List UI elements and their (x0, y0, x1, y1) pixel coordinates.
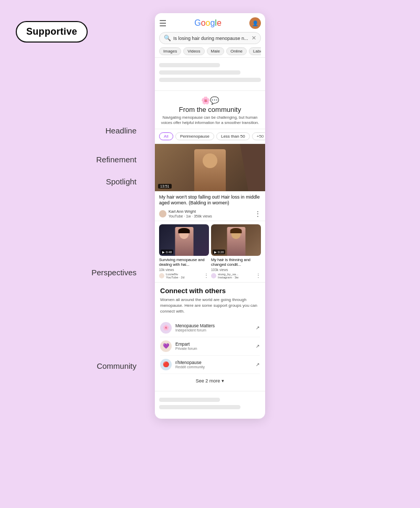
chevron-down-icon: ▾ (222, 378, 224, 383)
avatar[interactable]: 👤 (249, 17, 261, 29)
connect-section: Connect with others Women all around the… (155, 283, 265, 391)
views: 358k views (194, 214, 212, 218)
small-meta-1: Lizzie8tv YouTube · 2d ⋮ (159, 273, 209, 279)
forum-type-1: Independent forum (175, 328, 256, 332)
small-ch-platform-1: YouTube · 2d (166, 276, 184, 279)
small-meta-2: stung_by_sa... Instagram · 3w ⋮ (211, 273, 261, 279)
community-emoji: 🌸💬 (160, 96, 260, 105)
forum-arrow-2: ↗ (256, 344, 260, 349)
small-duration-1: ▶ 0:48 (161, 250, 173, 254)
spotlight-video-info: My hair won't stop falling out! Hair los… (155, 191, 265, 221)
small-ch-platform-2: Instagram · 3w (218, 276, 238, 279)
label-headline: Headline (74, 126, 136, 135)
refinement-pill-more[interactable]: +50 (252, 132, 265, 140)
channel-avatar (159, 210, 166, 217)
small-views-1: 10k views (159, 268, 209, 272)
forum-icon-3: 🔴 (160, 359, 172, 370)
video-bg-decor (223, 144, 265, 191)
forum-item-1[interactable]: 🌸 Menopause Matters Independent forum ↗ (160, 319, 260, 337)
community-title: From the community (160, 106, 260, 113)
time-ago: 1w (186, 214, 191, 218)
search-icon: 🔍 (164, 35, 171, 42)
perspective-video-2: ▶ 0:20 My hair is thinning and changed c… (211, 224, 261, 279)
refinement-pill-perimenopause[interactable]: Perimenopause (175, 132, 214, 140)
spotlight-video-meta: Karl Ann Wright YouTube · 1w · 358k view… (159, 209, 261, 219)
channel-info: Karl Ann Wright YouTube · 1w · 358k view… (169, 209, 212, 219)
spotlight-video-title: My hair won't stop falling out! Hair los… (159, 194, 261, 206)
skeleton-bar-3 (159, 78, 261, 82)
person-figure-2 (227, 227, 245, 256)
from-community-header: 🌸💬 From the community Navigating menopau… (155, 91, 265, 129)
search-bar[interactable]: 🔍 Is losing hair during menopause n... ✕ (159, 32, 261, 44)
refinement-pill-less50[interactable]: Less than 50 (216, 132, 250, 140)
connect-title: Connect with others (160, 287, 260, 295)
spotlight-channel: Karl Ann Wright YouTube · 1w · 358k view… (159, 209, 212, 219)
small-ch-info-1: Lizzie8tv YouTube · 2d (166, 273, 184, 279)
forum-item-3[interactable]: 🔴 r/Menopause Reddit community ↗ (160, 356, 260, 374)
small-ch-icon-2 (211, 273, 216, 278)
hair-1 (178, 228, 190, 233)
skeleton-bar-5 (159, 405, 240, 409)
video-person-figure (194, 149, 226, 191)
small-views-2: 103k views (211, 268, 261, 272)
label-perspectives: Perspectives (74, 268, 136, 277)
skeleton-bar-2 (159, 70, 240, 75)
search-query-text: Is losing hair during menopause n... (173, 36, 251, 41)
refinement-pill-all[interactable]: All (159, 132, 173, 140)
label-refinement: Refinement (74, 155, 136, 164)
small-title-2: My hair is thinning and changed condit..… (211, 257, 261, 267)
filter-pills: Images Videos Male Online Label (159, 47, 261, 55)
google-header: ☰ Google 👤 🔍 Is losing hair during menop… (155, 13, 265, 58)
forum-text-1: Menopause Matters Independent forum (175, 323, 256, 332)
forum-name-2: Empart (175, 341, 256, 347)
channel-name: Karl Ann Wright (169, 209, 212, 214)
more-options-icon[interactable]: ⋮ (255, 210, 261, 217)
filter-male[interactable]: Male (207, 47, 224, 55)
forum-text-3: r/Menopause Reddit community (175, 360, 256, 369)
app-logo: Supportive (16, 21, 88, 43)
forum-text-2: Empart Private forum (175, 341, 256, 350)
small-channel-2: stung_by_sa... Instagram · 3w (211, 273, 238, 279)
skeleton-bottom (155, 391, 265, 419)
label-spotlight: Spotlight (74, 177, 136, 186)
small-channel-1: Lizzie8tv YouTube · 2d (159, 273, 184, 279)
forum-name-3: r/Menopause (175, 360, 256, 365)
hair-2 (230, 228, 242, 233)
forum-item-2[interactable]: 💜 Empart Private forum ↗ (160, 337, 260, 356)
filter-videos[interactable]: Videos (183, 47, 204, 55)
forum-name-1: Menopause Matters (175, 323, 256, 328)
hamburger-icon[interactable]: ☰ (159, 18, 166, 28)
forum-type-3: Reddit community (175, 365, 256, 369)
connect-description: Women all around the world are going thr… (160, 297, 260, 315)
community-description: Navigating menopause can be challenging,… (160, 115, 260, 126)
clear-search-icon[interactable]: ✕ (251, 35, 256, 42)
filter-online[interactable]: Online (226, 47, 247, 55)
video-duration-badge: 13:51 (158, 184, 172, 189)
small-title-1: Surviving menopause and dealing with hai… (159, 257, 209, 267)
filter-images[interactable]: Images (159, 47, 181, 55)
phone-frame: ☰ Google 👤 🔍 Is losing hair during menop… (155, 13, 265, 419)
google-topbar: ☰ Google 👤 (159, 17, 261, 29)
small-ch-icon-1 (159, 273, 164, 278)
skeleton-bar-4 (159, 398, 220, 402)
label-community: Community (74, 361, 136, 370)
small-more-1[interactable]: ⋮ (204, 273, 209, 278)
small-duration-2: ▶ 0:20 (213, 250, 225, 254)
forum-arrow-1: ↗ (256, 325, 260, 330)
spotlight-section: 13:51 My hair won't stop falling out! Ha… (155, 144, 265, 221)
refinement-pills: All Perimenopause Less than 50 +50 (155, 129, 265, 144)
perspective-video-1: ▶ 0:48 Surviving menopause and dealing w… (159, 224, 209, 279)
see-more-button[interactable]: See 2 more ▾ (160, 374, 260, 388)
small-ch-info-2: stung_by_sa... Instagram · 3w (218, 273, 238, 279)
perspective-thumb-1[interactable]: ▶ 0:48 (159, 224, 209, 256)
small-more-2[interactable]: ⋮ (256, 273, 261, 278)
platform: YouTube (169, 214, 183, 218)
perspective-thumb-2[interactable]: ▶ 0:20 (211, 224, 261, 256)
forum-icon-1: 🌸 (160, 322, 172, 334)
spotlight-thumbnail[interactable]: 13:51 (155, 144, 265, 191)
person-figure-1 (175, 227, 193, 256)
google-logo: Google (194, 18, 222, 28)
filter-label[interactable]: Label (249, 47, 261, 55)
perspectives-section: ▶ 0:48 Surviving menopause and dealing w… (155, 221, 265, 283)
skeleton-bar-1 (159, 63, 220, 67)
